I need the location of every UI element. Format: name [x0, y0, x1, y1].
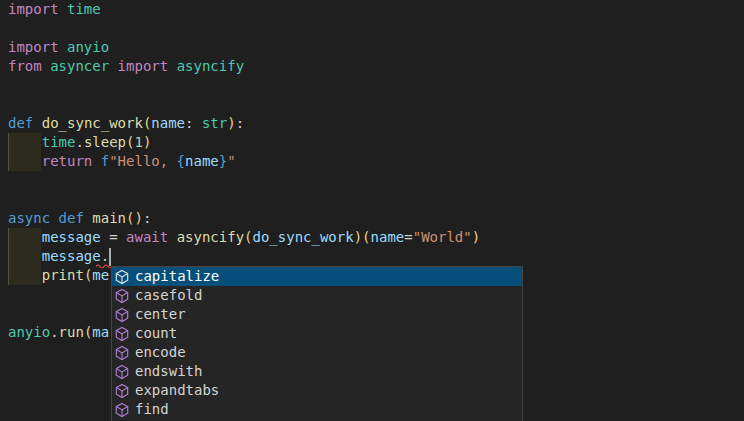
code-line[interactable] [8, 76, 480, 95]
code-token: . [101, 248, 109, 264]
code-token: anyio [8, 324, 50, 340]
code-token: ) [143, 134, 151, 150]
suggest-item-label: expandtabs [135, 381, 219, 400]
code-token: time [42, 134, 76, 150]
code-token: print [42, 267, 84, 283]
code-token: f [101, 153, 109, 169]
suggest-item-center[interactable]: center [112, 305, 522, 324]
code-token: ( [362, 229, 370, 245]
symbol-method-icon [114, 288, 130, 304]
symbol-method-icon [114, 364, 130, 380]
code-token: do_sync_work [42, 115, 143, 131]
suggest-item-label: center [135, 305, 186, 324]
code-token: "World" [413, 229, 472, 245]
code-token: ) [354, 229, 362, 245]
autocomplete-dropdown[interactable]: capitalize casefold center count encode … [111, 266, 523, 421]
suggest-item-count[interactable]: count [112, 324, 522, 343]
symbol-method-icon [114, 402, 130, 418]
suggest-item-label: capitalize [135, 267, 219, 286]
code-line[interactable] [8, 95, 480, 114]
code-token [92, 153, 100, 169]
code-token: return [42, 153, 93, 169]
code-token: : [236, 115, 244, 131]
suggest-item-label: find [135, 400, 169, 419]
code-token [59, 1, 67, 17]
code-token: } [219, 153, 227, 169]
suggest-item-endswith[interactable]: endswith [112, 362, 522, 381]
code-token [8, 153, 42, 169]
code-token: main [92, 210, 126, 226]
suggest-item-label: count [135, 324, 177, 343]
code-token [8, 229, 42, 245]
code-token: await [126, 229, 168, 245]
code-token: me [92, 267, 109, 283]
code-token: ma [92, 324, 109, 340]
code-token [118, 229, 126, 245]
code-token [193, 115, 201, 131]
code-token: do_sync_work [253, 229, 354, 245]
symbol-method-icon [114, 307, 130, 323]
code-token: : [143, 210, 151, 226]
code-token: run [59, 324, 84, 340]
code-token [168, 229, 176, 245]
code-editor[interactable]: import timeimport anyiofrom asyncer impo… [0, 0, 744, 421]
suggest-item-casefold[interactable]: casefold [112, 286, 522, 305]
text-cursor [109, 248, 111, 266]
suggest-item-label: casefold [135, 286, 202, 305]
code-line[interactable] [8, 19, 480, 38]
code-token [8, 248, 42, 264]
code-token: import [8, 1, 59, 17]
code-token [33, 115, 41, 131]
code-token [59, 39, 67, 55]
symbol-method-icon [114, 269, 130, 285]
code-token: message [42, 248, 101, 264]
code-token: time [67, 1, 101, 17]
code-line[interactable]: return f"Hello, {name}" [8, 152, 480, 171]
suggest-item-label: encode [135, 343, 186, 362]
code-token [101, 229, 109, 245]
code-token: 1 [134, 134, 142, 150]
suggest-item-find[interactable]: find [112, 400, 522, 419]
code-line[interactable] [8, 190, 480, 209]
code-token: import [118, 58, 169, 74]
code-token: message [42, 229, 101, 245]
suggest-item-expandtabs[interactable]: expandtabs [112, 381, 522, 400]
code-token [168, 58, 176, 74]
code-line[interactable]: message. [8, 247, 480, 266]
code-token: = [109, 229, 117, 245]
code-token: = [404, 229, 412, 245]
code-token: anyio [67, 39, 109, 55]
code-token: asyncer [50, 58, 109, 74]
code-token: str [202, 115, 227, 131]
code-token: " [227, 153, 235, 169]
suggest-item-capitalize[interactable]: capitalize [112, 267, 522, 286]
code-line[interactable]: message = await asyncify(do_sync_work)(n… [8, 228, 480, 247]
code-line[interactable]: async def main(): [8, 209, 480, 228]
code-token: ) [227, 115, 235, 131]
code-line[interactable]: import time [8, 0, 480, 19]
code-token [42, 58, 50, 74]
suggest-item-label: endswith [135, 362, 202, 381]
code-token: def [8, 115, 33, 131]
code-token: name [151, 115, 185, 131]
suggest-item-encode[interactable]: encode [112, 343, 522, 362]
symbol-method-icon [114, 383, 130, 399]
code-line[interactable]: time.sleep(1) [8, 133, 480, 152]
code-token: asyncify [177, 58, 244, 74]
code-token: asyncify [177, 229, 244, 245]
code-token: def [59, 210, 84, 226]
symbol-method-icon [114, 345, 130, 361]
code-line[interactable]: def do_sync_work(name: str): [8, 114, 480, 133]
code-token: ) [134, 210, 142, 226]
code-line[interactable] [8, 171, 480, 190]
code-line[interactable]: import anyio [8, 38, 480, 57]
code-token: async [8, 210, 50, 226]
code-token: from [8, 58, 42, 74]
code-line[interactable]: from asyncer import asyncify [8, 57, 480, 76]
code-token: . [50, 324, 58, 340]
code-token: { [177, 153, 185, 169]
symbol-method-icon [114, 326, 130, 342]
code-token: name [185, 153, 219, 169]
code-token: name [371, 229, 405, 245]
code-token: "Hello, [109, 153, 176, 169]
